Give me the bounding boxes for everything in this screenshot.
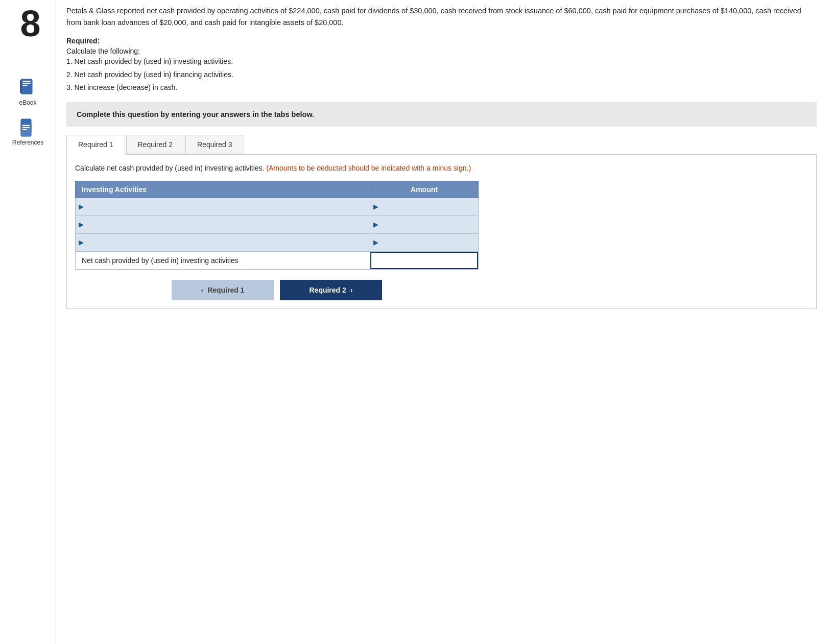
svg-rect-4 <box>20 80 22 93</box>
net-cash-row: Net cash provided by (used in) investing… <box>76 251 479 269</box>
ebook-icon <box>19 79 37 97</box>
svg-rect-1 <box>22 81 31 82</box>
tabs-header: Required 1 Required 2 Required 3 <box>66 135 817 155</box>
sidebar: 8 eBook <box>0 0 56 644</box>
references-label: References <box>12 139 43 146</box>
table-row: ▶ ▶ <box>76 233 479 251</box>
required-item-2: 2. Net cash provided by (used in) financ… <box>66 68 817 81</box>
instruction-text: Complete this question by entering your … <box>77 110 314 118</box>
row1-arrow: ▶ <box>76 198 86 216</box>
tab-instruction: Calculate net cash provided by (used in)… <box>75 163 808 174</box>
svg-rect-9 <box>22 129 27 130</box>
table-row: ▶ ▶ <box>76 216 479 233</box>
tab-required1[interactable]: Required 1 <box>66 135 125 155</box>
nav-buttons: ‹ Required 1 Required 2 › <box>75 280 479 300</box>
required-item-3: 3. Net increase (decrease) in cash. <box>66 81 817 94</box>
row2-amount-input[interactable] <box>381 216 478 233</box>
references-icon <box>19 118 37 137</box>
tab-required3[interactable]: Required 3 <box>185 135 244 154</box>
row3-amount-cell: ▶ <box>370 233 479 251</box>
prev-label: Required 1 <box>207 286 244 294</box>
table-row: ▶ ▶ <box>76 198 479 216</box>
svg-rect-7 <box>22 125 30 126</box>
prev-icon: ‹ <box>201 286 203 294</box>
required-heading: Required: <box>66 37 817 45</box>
row3-amount-arrow: ▶ <box>370 234 381 251</box>
net-cash-label: Net cash provided by (used in) investing… <box>76 252 245 269</box>
row3-arrow: ▶ <box>76 234 86 251</box>
row1-label-cell: ▶ <box>76 198 370 216</box>
prev-button[interactable]: ‹ Required 1 <box>172 280 274 300</box>
problem-description: Petals & Glass reported net cash provide… <box>66 5 807 29</box>
description-text: Petals & Glass reported net cash provide… <box>66 7 801 27</box>
row2-arrow: ▶ <box>76 216 86 233</box>
sidebar-item-ebook[interactable]: eBook <box>0 73 56 112</box>
problem-number: 8 <box>15 5 40 42</box>
ebook-label: eBook <box>19 99 36 106</box>
row3-amount-input[interactable] <box>381 234 478 251</box>
row2-amount-arrow: ▶ <box>370 216 381 233</box>
required-list: 1. Net cash provided by (used in) invest… <box>66 55 817 94</box>
tab1-content: Calculate net cash provided by (used in)… <box>66 155 817 309</box>
next-button[interactable]: Required 2 › <box>280 280 382 300</box>
main-content: Petals & Glass reported net cash provide… <box>56 0 832 644</box>
row2-amount-cell: ▶ <box>370 216 479 233</box>
net-cash-input[interactable] <box>370 252 478 269</box>
required-intro: Calculate the following: <box>66 47 817 55</box>
net-cash-amount-cell <box>370 251 479 269</box>
net-cash-label-cell: Net cash provided by (used in) investing… <box>76 251 370 269</box>
col2-header: Amount <box>370 181 479 198</box>
next-label: Required 2 <box>309 286 346 294</box>
row2-label-input[interactable] <box>86 216 370 233</box>
instruction-box: Complete this question by entering your … <box>66 102 817 127</box>
row2-label-cell: ▶ <box>76 216 370 233</box>
row3-label-cell: ▶ <box>76 233 370 251</box>
row1-label-input[interactable] <box>86 198 370 216</box>
sidebar-item-references[interactable]: References <box>0 112 56 152</box>
row3-label-input[interactable] <box>86 234 370 251</box>
amounts-note: (Amounts to be deducted should be indica… <box>266 164 471 172</box>
investing-table: Investing Activities Amount ▶ <box>75 181 479 270</box>
tab-required2[interactable]: Required 2 <box>126 135 185 154</box>
tabs-container: Required 1 Required 2 Required 3 Calcula… <box>66 135 817 309</box>
row1-amount-arrow: ▶ <box>370 198 381 216</box>
col1-header: Investing Activities <box>76 181 370 198</box>
row1-amount-cell: ▶ <box>370 198 479 216</box>
required-item-1: 1. Net cash provided by (used in) invest… <box>66 55 817 68</box>
row1-amount-input[interactable] <box>381 198 478 216</box>
required-section: Required: Calculate the following: 1. Ne… <box>66 37 817 94</box>
next-icon: › <box>350 286 353 294</box>
svg-rect-8 <box>22 127 30 128</box>
svg-rect-2 <box>22 83 31 84</box>
svg-rect-3 <box>22 85 28 86</box>
